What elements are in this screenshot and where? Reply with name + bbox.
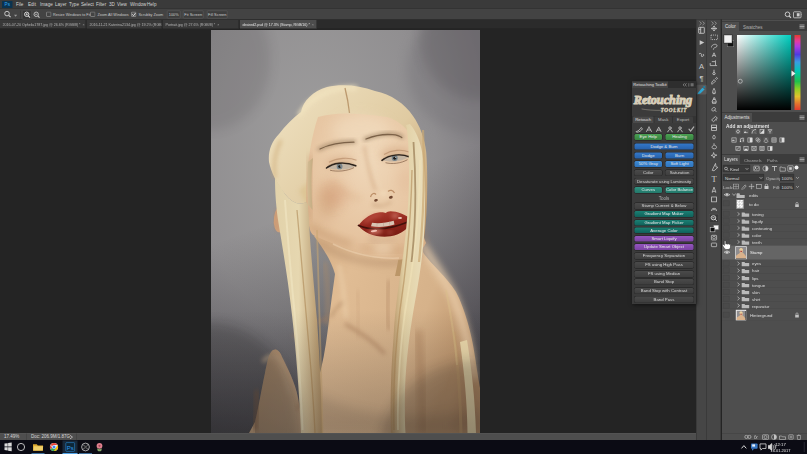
svg-text:16.01.2017: 16.01.2017 [771, 448, 792, 453]
svg-text:A: A [699, 62, 704, 71]
svg-text:T: T [711, 176, 716, 185]
svg-text:¶: ¶ [699, 74, 703, 83]
svg-text:Retouching: Retouching [633, 93, 692, 107]
svg-text:12:17: 12:17 [775, 442, 786, 447]
svg-text:Ps: Ps [67, 445, 74, 451]
